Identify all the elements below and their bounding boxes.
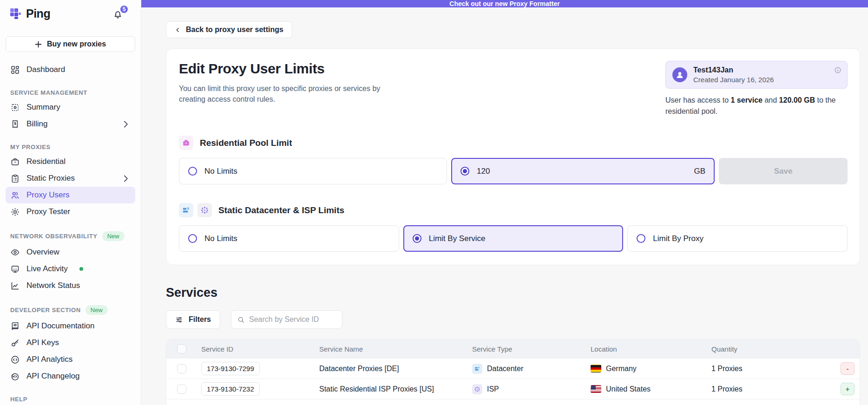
save-button[interactable]: Save — [719, 158, 848, 184]
sidebar-item-dashboard[interactable]: Dashboard — [6, 61, 135, 78]
page-title: Edit Proxy User Limits — [179, 61, 390, 77]
new-badge: New — [102, 231, 125, 241]
row-checkbox[interactable] — [177, 385, 186, 394]
sidebar-item-live-activity[interactable]: Live Activity — [6, 261, 135, 277]
proxy-user-name: Test143Jan — [693, 66, 774, 74]
service-search — [231, 310, 342, 329]
sidebar-item-billing[interactable]: Billing — [6, 116, 135, 132]
service-id-chip[interactable]: 173-9130-7299 — [201, 362, 260, 375]
col-service-type: Service Type — [472, 345, 591, 353]
notifications-button[interactable]: 5 — [112, 9, 123, 20]
radio-unchecked-icon[interactable] — [188, 234, 197, 243]
filters-sliders-icon — [175, 316, 183, 324]
code-circle-icon — [10, 355, 20, 365]
service-id-chip[interactable]: 173-9130-7232 — [201, 382, 260, 396]
sidebar-item-residential[interactable]: Residential — [6, 153, 135, 170]
static-no-limits-option[interactable]: No Limits — [179, 225, 399, 252]
remove-proxy-button[interactable]: - — [841, 362, 855, 375]
section-label-my-proxies: MY PROXIES — [10, 144, 135, 150]
radio-checked-icon[interactable] — [413, 234, 421, 243]
table-header-row: Service ID Service Name Service Type Loc… — [166, 340, 860, 358]
book-icon — [10, 321, 20, 331]
sidebar-item-api-analytics[interactable]: API Analytics — [6, 351, 135, 368]
section-label-developer-section: DEVELOPER SECTION New — [10, 305, 135, 315]
plus-icon — [35, 41, 42, 48]
announcement-banner[interactable]: Check out our new Proxy Formatter — [141, 0, 868, 7]
main-area: Check out our new Proxy Formatter Back t… — [141, 0, 868, 405]
avatar — [672, 67, 687, 82]
sidebar-item-proxy-tester[interactable]: Proxy Tester — [6, 203, 135, 220]
residential-limit-header: Residential Pool Limit — [179, 136, 848, 150]
section-label-help: HELP — [10, 396, 135, 403]
section-label-network-observability: NETWORK OBSERVABILITY New — [10, 231, 135, 241]
app-logo[interactable]: Ping — [9, 7, 50, 20]
line-chart-icon — [10, 281, 20, 291]
sidebar-item-overview[interactable]: Overview — [6, 244, 135, 261]
monitor-icon — [10, 264, 20, 274]
residential-limit-input[interactable] — [477, 167, 653, 176]
card-heading-block: Edit Proxy User Limits You can limit thi… — [179, 61, 390, 117]
filters-button[interactable]: Filters — [166, 310, 220, 329]
quantity: 1 Proxies — [711, 365, 841, 373]
residential-limit-options: No Limits GB Save — [179, 158, 848, 184]
united-states-flag-icon — [591, 385, 601, 393]
search-icon — [237, 316, 245, 324]
col-service-name: Service Name — [319, 345, 472, 353]
live-status-dot — [79, 267, 83, 271]
residential-no-limits-option[interactable]: No Limits — [179, 158, 447, 184]
radio-unchecked-icon[interactable] — [188, 167, 197, 176]
sidebar-item-proxy-users[interactable]: Proxy Users — [6, 187, 135, 203]
sidebar-header: Ping 5 — [6, 0, 135, 20]
limit-by-proxy-option[interactable]: Limit By Proxy — [627, 225, 848, 252]
col-quantity: Quantity — [711, 345, 841, 353]
users-icon — [10, 190, 20, 200]
service-name: Static Residential ISP Proxies [US] — [319, 385, 472, 393]
radio-checked-icon[interactable] — [460, 167, 469, 176]
sidebar-item-api-changelog[interactable]: API Changelog — [6, 368, 135, 385]
gb-unit-label: GB — [694, 167, 705, 176]
sidebar-item-api-keys[interactable]: API Keys — [6, 334, 135, 351]
isp-icon — [197, 203, 212, 217]
billing-receipt-icon — [10, 119, 20, 129]
back-button[interactable]: Back to proxy user settings — [166, 21, 292, 38]
table-row: 173-9130-7299 Datacenter Proxies [DE] Da… — [166, 358, 860, 379]
proxy-user-card: Test143Jan Created January 16, 2026 — [665, 61, 848, 89]
sidebar-item-api-documentation[interactable]: API Documentation — [6, 318, 135, 334]
briefcase-icon — [10, 157, 20, 167]
sidebar-item-static-proxies[interactable]: Static Proxies — [6, 170, 135, 187]
col-location: Location — [591, 345, 711, 353]
location: United States — [606, 385, 651, 393]
select-all-checkbox[interactable] — [177, 344, 186, 353]
access-gb-amount: 120.00 GB — [779, 96, 815, 104]
access-services-count: 1 service — [731, 96, 763, 104]
location: Germany — [606, 365, 637, 373]
limit-by-service-option[interactable]: Limit By Service — [403, 225, 624, 252]
germany-flag-icon — [591, 365, 601, 372]
search-input[interactable] — [249, 315, 336, 324]
sidebar-item-summary[interactable]: Summary — [6, 99, 135, 116]
quantity: 1 Proxies — [711, 385, 841, 393]
history-code-icon — [10, 372, 20, 381]
dashboard-grid-icon — [10, 65, 20, 75]
service-type: ISP — [487, 385, 499, 393]
radio-unchecked-icon[interactable] — [637, 234, 645, 243]
table-row: 173-9130-7232 Static Residential ISP Pro… — [166, 379, 860, 399]
services-toolbar: Filters — [166, 310, 868, 329]
info-icon[interactable] — [834, 66, 842, 74]
chevron-right-icon — [121, 119, 131, 129]
section-label-service-management: SERVICE MANAGEMENT — [10, 89, 135, 96]
notification-count-badge: 5 — [119, 5, 129, 14]
residential-pool-icon — [179, 136, 193, 150]
row-checkbox[interactable] — [177, 364, 186, 373]
buy-new-proxies-button[interactable]: Buy new proxies — [6, 36, 135, 52]
sidebar-item-network-status[interactable]: Network Status — [6, 277, 135, 294]
access-summary: User has access to 1 service and 120.00 … — [665, 95, 848, 117]
residential-limit-value-option[interactable]: GB — [451, 158, 715, 184]
col-service-id: Service ID — [201, 345, 319, 353]
edit-limits-card: Edit Proxy User Limits You can limit thi… — [166, 48, 860, 265]
gear-icon — [10, 207, 20, 217]
datacenter-icon — [179, 203, 193, 217]
static-limit-header: Static Datacenter & ISP Limits — [179, 203, 848, 217]
eye-icon — [10, 248, 20, 257]
add-proxy-button[interactable]: + — [841, 383, 855, 395]
